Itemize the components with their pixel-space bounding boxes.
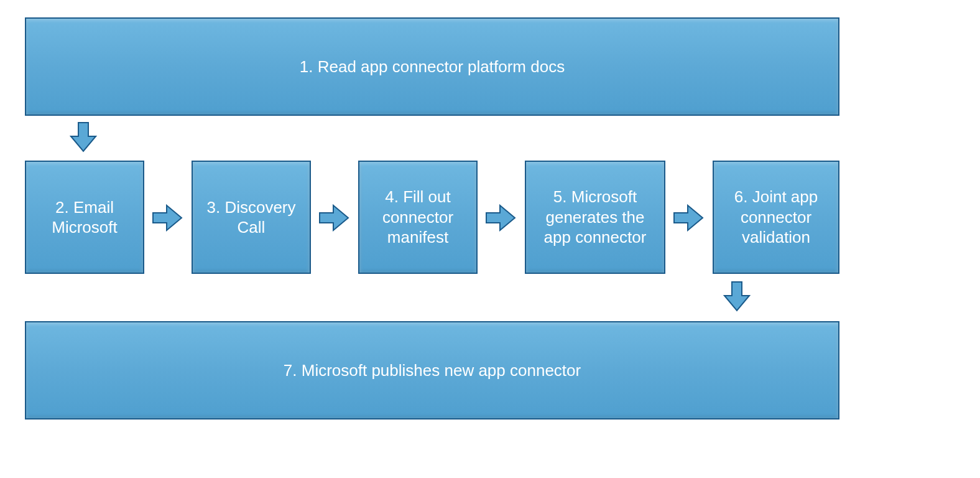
arrow-down-1-icon: [70, 121, 97, 152]
step-7-box: 7. Microsoft publishes new app connector: [25, 321, 839, 419]
arrow-right-5-icon: [673, 204, 704, 232]
arrow-down-2-icon: [723, 281, 751, 312]
svg-marker-3: [486, 205, 515, 230]
svg-marker-2: [320, 205, 348, 230]
arrow-right-4-icon: [485, 204, 516, 232]
step-4-label: 4. Fill out connector manifest: [368, 187, 468, 248]
step-5-box: 5. Microsoft generates the app connector: [525, 161, 665, 274]
step-6-label: 6. Joint app connector validation: [723, 187, 830, 248]
step-2-label: 2. Email Microsoft: [35, 197, 134, 238]
step-1-label: 1. Read app connector platform docs: [300, 57, 565, 77]
step-3-label: 3. Discovery Call: [201, 197, 301, 238]
step-2-box: 2. Email Microsoft: [25, 161, 144, 274]
step-5-label: 5. Microsoft generates the app connector: [535, 187, 655, 248]
step-6-box: 6. Joint app connector validation: [713, 161, 839, 274]
arrow-right-2-icon: [152, 204, 183, 232]
arrow-right-3-icon: [318, 204, 349, 232]
step-7-label: 7. Microsoft publishes new app connector: [284, 360, 581, 381]
flowchart-canvas: 1. Read app connector platform docs 2. E…: [0, 0, 980, 478]
svg-marker-1: [153, 205, 182, 230]
step-1-box: 1. Read app connector platform docs: [25, 17, 839, 116]
step-3-box: 3. Discovery Call: [192, 161, 311, 274]
step-4-box: 4. Fill out connector manifest: [358, 161, 478, 274]
svg-marker-0: [71, 123, 96, 151]
svg-marker-5: [724, 282, 749, 311]
svg-marker-4: [674, 205, 703, 230]
